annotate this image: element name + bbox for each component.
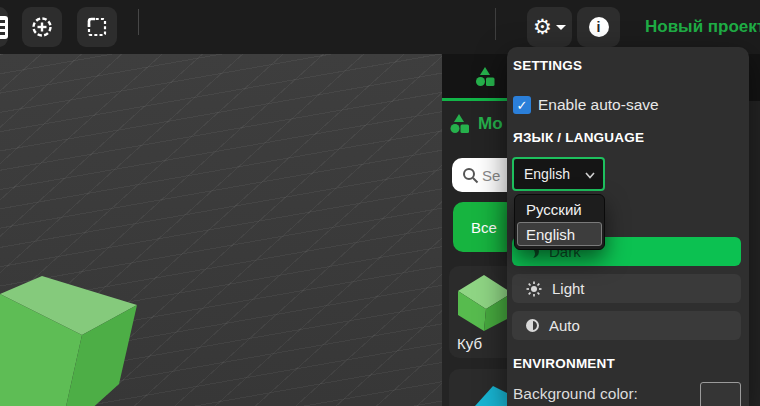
top-toolbar: ⚙ i Новый проект — [0, 0, 760, 54]
toolbar-divider — [138, 9, 139, 35]
marquee-select-button[interactable] — [77, 7, 117, 47]
background-color-label: Background color: — [513, 385, 638, 403]
settings-title: SETTINGS — [513, 58, 582, 73]
checkmark-icon: ✓ — [517, 98, 528, 113]
language-section-heading: ЯЗЫК / LANGUAGE — [513, 130, 644, 145]
crosshair-icon — [29, 14, 55, 40]
theme-light-label: Light — [552, 280, 585, 297]
autosave-checkbox[interactable]: ✓ — [513, 96, 531, 114]
half-circle-icon — [526, 319, 539, 332]
marquee-select-icon — [85, 15, 109, 39]
models-panel-header: Мо — [448, 112, 503, 136]
language-option-russian[interactable]: Русский — [517, 197, 602, 222]
scene-cube-object[interactable] — [0, 254, 160, 406]
viewport-3d[interactable] — [0, 54, 442, 406]
filter-all-label: Все — [471, 219, 497, 236]
focus-target-button[interactable] — [22, 7, 62, 47]
shapes-icon — [448, 112, 472, 136]
toolbar-divider — [495, 8, 496, 40]
chevron-down-icon — [556, 25, 566, 30]
panel-icon — [0, 16, 8, 39]
info-button[interactable]: i — [577, 7, 620, 47]
settings-menu-button[interactable]: ⚙ — [527, 7, 572, 47]
model-item-label: Куб — [457, 335, 482, 352]
language-option-english[interactable]: English — [517, 222, 602, 246]
gear-icon: ⚙ — [533, 17, 552, 38]
panel-tool-button[interactable] — [0, 7, 8, 47]
info-icon: i — [589, 17, 609, 37]
sun-icon — [526, 281, 542, 297]
theme-light-button[interactable]: Light — [512, 274, 741, 303]
environment-section-heading: ENVIRONMENT — [513, 356, 615, 371]
shapes-icon — [473, 65, 497, 89]
theme-auto-button[interactable]: Auto — [512, 311, 741, 340]
theme-auto-label: Auto — [549, 317, 580, 334]
language-selected-value: English — [524, 166, 570, 182]
settings-dropdown-panel: SETTINGS ✓ Enable auto-save ЯЗЫК / LANGU… — [507, 47, 749, 406]
chevron-down-icon — [585, 172, 595, 179]
new-project-link[interactable]: Новый проект — [645, 17, 760, 37]
models-panel-title: Мо — [478, 114, 503, 134]
filter-all-button[interactable]: Все — [453, 202, 515, 252]
language-options-popup: Русский English — [514, 194, 605, 250]
search-icon — [462, 167, 479, 184]
autosave-label: Enable auto-save — [538, 96, 659, 114]
app-window: Мо Все Куб — [0, 0, 760, 406]
background-color-swatch[interactable] — [700, 382, 741, 406]
language-select[interactable]: English — [512, 157, 605, 191]
